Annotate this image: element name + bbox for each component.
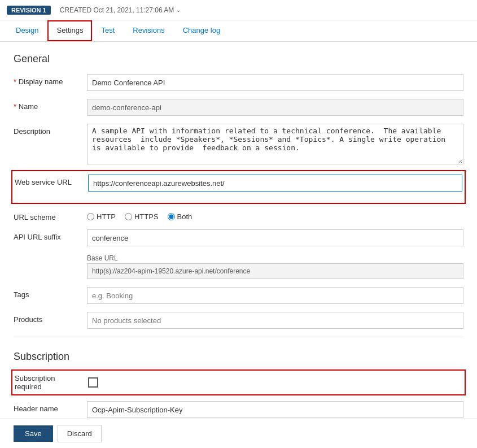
main-content: General Display name Name Description A … [0, 42, 477, 448]
radio-http-label: HTTP [97, 212, 116, 221]
section-divider [14, 337, 463, 337]
revision-badge: REVISION 1 [7, 6, 51, 15]
description-label: Description [14, 124, 87, 136]
display-name-input[interactable] [87, 74, 463, 91]
header-name-label: Header name [14, 401, 87, 413]
radio-http-input[interactable] [87, 213, 94, 220]
radio-both-input[interactable] [168, 213, 175, 220]
name-label: Name [14, 99, 87, 111]
products-row: Products [14, 312, 463, 329]
tab-revisions[interactable]: Revisions [124, 20, 173, 41]
nav-tabs: Design Settings Test Revisions Change lo… [0, 20, 477, 42]
tags-input[interactable] [87, 287, 463, 304]
url-scheme-row: URL scheme HTTP HTTPS Both [14, 210, 463, 221]
web-service-url-label: Web service URL [15, 175, 88, 186]
created-text: CREATED Oct 21, 2021, 11:27:06 AM [60, 6, 174, 14]
subscription-required-row: Subscription required [14, 372, 463, 393]
tags-label: Tags [14, 287, 87, 299]
chevron-down-icon: ⌄ [176, 7, 181, 13]
api-url-suffix-row: API URL suffix [14, 229, 463, 246]
subscription-section-title: Subscription [14, 351, 463, 363]
subscription-required-checkbox[interactable] [88, 377, 98, 388]
radio-http[interactable]: HTTP [87, 212, 116, 221]
base-url-section: Base URL [87, 254, 463, 279]
web-service-url-row: Web service URL [14, 172, 463, 202]
created-info: CREATED Oct 21, 2021, 11:27:06 AM ⌄ [60, 6, 181, 14]
tab-settings[interactable]: Settings [47, 20, 92, 41]
api-url-suffix-label: API URL suffix [14, 229, 87, 241]
radio-https-input[interactable] [125, 213, 132, 220]
display-name-row: Display name [14, 74, 463, 91]
tab-design[interactable]: Design [7, 20, 47, 41]
url-scheme-radio-group: HTTP HTTPS Both [87, 210, 192, 221]
radio-both[interactable]: Both [168, 212, 192, 221]
url-scheme-label: URL scheme [14, 210, 87, 221]
radio-https-label: HTTPS [134, 212, 159, 221]
base-url-input [87, 263, 463, 279]
products-input[interactable] [87, 312, 463, 329]
top-bar: REVISION 1 CREATED Oct 21, 2021, 11:27:0… [0, 0, 477, 20]
discard-button[interactable]: Discard [58, 425, 102, 442]
web-service-inner: Web service URL [15, 175, 462, 192]
description-input[interactable]: A sample API with information related to… [87, 124, 463, 164]
products-label: Products [14, 312, 87, 324]
name-row: Name [14, 99, 463, 116]
header-name-row: Header name [14, 401, 463, 418]
name-input[interactable] [87, 99, 463, 116]
radio-both-label: Both [177, 212, 192, 221]
tab-test[interactable]: Test [92, 20, 124, 41]
general-section-title: General [14, 53, 463, 65]
display-name-label: Display name [14, 74, 87, 86]
header-name-input[interactable] [87, 401, 463, 418]
base-url-label: Base URL [87, 254, 463, 262]
web-service-url-input[interactable] [88, 175, 462, 192]
tab-changelog[interactable]: Change log [174, 20, 230, 41]
tags-row: Tags [14, 287, 463, 304]
api-url-suffix-input[interactable] [87, 229, 463, 246]
description-row: Description A sample API with informatio… [14, 124, 463, 164]
subscription-required-label: Subscription required [15, 374, 88, 391]
action-bar: Save Discard [0, 419, 477, 448]
radio-https[interactable]: HTTPS [125, 212, 159, 221]
save-button[interactable]: Save [14, 425, 53, 442]
